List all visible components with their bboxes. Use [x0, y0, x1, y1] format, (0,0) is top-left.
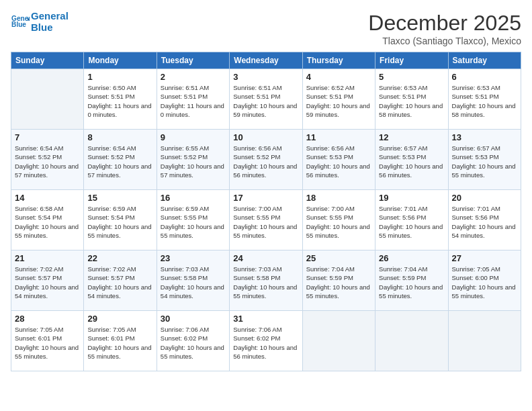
day-info: Sunrise: 7:02 AMSunset: 5:57 PMDaylight:… [15, 265, 80, 300]
logo: General Blue General Blue [11, 11, 69, 33]
table-cell: 16Sunrise: 6:59 AMSunset: 5:55 PMDayligh… [157, 190, 229, 250]
week-row-3: 14Sunrise: 6:58 AMSunset: 5:54 PMDayligh… [11, 190, 521, 250]
day-number: 6 [452, 72, 517, 82]
day-info: Sunrise: 6:50 AMSunset: 5:51 PMDaylight:… [87, 83, 152, 119]
table-cell: 11Sunrise: 6:56 AMSunset: 5:53 PMDayligh… [302, 130, 375, 190]
day-number: 11 [306, 132, 371, 142]
table-cell: 4Sunrise: 6:52 AMSunset: 5:51 PMDaylight… [302, 69, 375, 130]
day-number: 4 [306, 72, 371, 82]
table-cell: 6Sunrise: 6:53 AMSunset: 5:51 PMDaylight… [448, 69, 521, 130]
day-info: Sunrise: 7:02 AMSunset: 5:57 PMDaylight:… [87, 265, 152, 300]
col-monday: Monday [84, 52, 157, 69]
week-row-4: 21Sunrise: 7:02 AMSunset: 5:57 PMDayligh… [11, 250, 521, 311]
day-info: Sunrise: 7:00 AMSunset: 5:55 PMDaylight:… [233, 204, 298, 240]
day-number: 5 [379, 72, 444, 82]
col-wednesday: Wednesday [230, 52, 302, 69]
table-cell: 30Sunrise: 7:06 AMSunset: 6:02 PMDayligh… [157, 311, 229, 371]
calendar-table: Sunday Monday Tuesday Wednesday Thursday… [11, 52, 521, 371]
day-number: 7 [15, 132, 80, 142]
day-info: Sunrise: 6:57 AMSunset: 5:53 PMDaylight:… [452, 144, 517, 179]
table-cell: 3Sunrise: 6:51 AMSunset: 5:51 PMDaylight… [230, 69, 302, 130]
table-cell: 10Sunrise: 6:56 AMSunset: 5:52 PMDayligh… [230, 130, 302, 190]
day-number: 31 [233, 314, 298, 324]
table-cell: 24Sunrise: 7:03 AMSunset: 5:58 PMDayligh… [230, 250, 302, 311]
day-info: Sunrise: 6:56 AMSunset: 5:53 PMDaylight:… [306, 144, 371, 179]
week-row-5: 28Sunrise: 7:05 AMSunset: 6:01 PMDayligh… [11, 311, 521, 371]
table-cell: 26Sunrise: 7:04 AMSunset: 5:59 PMDayligh… [375, 250, 448, 311]
col-thursday: Thursday [302, 52, 375, 69]
day-number: 30 [161, 314, 226, 324]
day-info: Sunrise: 6:51 AMSunset: 5:51 PMDaylight:… [233, 83, 298, 119]
day-number: 10 [233, 132, 298, 142]
day-info: Sunrise: 6:59 AMSunset: 5:54 PMDaylight:… [87, 204, 152, 240]
col-friday: Friday [375, 52, 448, 69]
svg-text:Blue: Blue [11, 21, 26, 28]
col-tuesday: Tuesday [157, 52, 229, 69]
day-number: 21 [15, 253, 80, 263]
day-number: 8 [87, 132, 152, 142]
table-cell: 20Sunrise: 7:01 AMSunset: 5:56 PMDayligh… [448, 190, 521, 250]
day-number: 1 [87, 72, 152, 82]
day-info: Sunrise: 7:06 AMSunset: 6:02 PMDaylight:… [161, 325, 226, 361]
table-cell: 17Sunrise: 7:00 AMSunset: 5:55 PMDayligh… [230, 190, 302, 250]
day-info: Sunrise: 7:01 AMSunset: 5:56 PMDaylight:… [379, 204, 444, 240]
day-info: Sunrise: 7:01 AMSunset: 5:56 PMDaylight:… [452, 204, 517, 240]
day-info: Sunrise: 7:05 AMSunset: 6:01 PMDaylight:… [15, 325, 80, 361]
day-info: Sunrise: 7:03 AMSunset: 5:58 PMDaylight:… [233, 265, 298, 300]
table-cell: 28Sunrise: 7:05 AMSunset: 6:01 PMDayligh… [11, 311, 84, 371]
day-number: 29 [87, 314, 152, 324]
day-number: 24 [233, 253, 298, 263]
day-number: 20 [452, 193, 517, 203]
day-info: Sunrise: 6:59 AMSunset: 5:55 PMDaylight:… [161, 204, 226, 240]
day-number: 28 [15, 314, 80, 324]
table-cell: 8Sunrise: 6:54 AMSunset: 5:52 PMDaylight… [84, 130, 157, 190]
table-cell: 19Sunrise: 7:01 AMSunset: 5:56 PMDayligh… [375, 190, 448, 250]
table-cell: 29Sunrise: 7:05 AMSunset: 6:01 PMDayligh… [84, 311, 157, 371]
day-info: Sunrise: 7:04 AMSunset: 5:59 PMDaylight:… [306, 265, 371, 300]
table-cell: 18Sunrise: 7:00 AMSunset: 5:55 PMDayligh… [302, 190, 375, 250]
table-cell: 13Sunrise: 6:57 AMSunset: 5:53 PMDayligh… [448, 130, 521, 190]
col-saturday: Saturday [448, 52, 521, 69]
day-number: 17 [233, 193, 298, 203]
day-info: Sunrise: 7:06 AMSunset: 6:02 PMDaylight:… [233, 325, 298, 361]
day-info: Sunrise: 7:03 AMSunset: 5:58 PMDaylight:… [161, 265, 226, 300]
day-number: 14 [15, 193, 80, 203]
day-info: Sunrise: 7:00 AMSunset: 5:55 PMDaylight:… [306, 204, 371, 240]
day-number: 27 [452, 253, 517, 263]
day-number: 12 [379, 132, 444, 142]
week-row-2: 7Sunrise: 6:54 AMSunset: 5:52 PMDaylight… [11, 130, 521, 190]
day-number: 22 [87, 253, 152, 263]
table-cell: 15Sunrise: 6:59 AMSunset: 5:54 PMDayligh… [84, 190, 157, 250]
calendar-subtitle: Tlaxco (Santiago Tlaxco), Mexico [368, 36, 521, 46]
logo-text-line2: Blue [31, 22, 69, 34]
header-row: Sunday Monday Tuesday Wednesday Thursday… [11, 52, 521, 69]
table-cell [448, 311, 521, 371]
table-cell: 2Sunrise: 6:51 AMSunset: 5:51 PMDaylight… [157, 69, 229, 130]
day-info: Sunrise: 6:51 AMSunset: 5:51 PMDaylight:… [161, 83, 226, 119]
day-info: Sunrise: 6:52 AMSunset: 5:51 PMDaylight:… [306, 83, 371, 119]
day-number: 23 [161, 253, 226, 263]
day-number: 15 [87, 193, 152, 203]
table-cell: 9Sunrise: 6:55 AMSunset: 5:52 PMDaylight… [157, 130, 229, 190]
day-number: 19 [379, 193, 444, 203]
table-cell [375, 311, 448, 371]
calendar-title: December 2025 [368, 11, 521, 36]
day-info: Sunrise: 6:56 AMSunset: 5:52 PMDaylight:… [233, 144, 298, 179]
day-number: 3 [233, 72, 298, 82]
day-info: Sunrise: 7:05 AMSunset: 6:01 PMDaylight:… [87, 325, 152, 361]
week-row-1: 1Sunrise: 6:50 AMSunset: 5:51 PMDaylight… [11, 69, 521, 130]
table-cell: 5Sunrise: 6:53 AMSunset: 5:51 PMDaylight… [375, 69, 448, 130]
table-cell: 7Sunrise: 6:54 AMSunset: 5:52 PMDaylight… [11, 130, 84, 190]
day-number: 2 [161, 72, 226, 82]
day-info: Sunrise: 6:58 AMSunset: 5:54 PMDaylight:… [15, 204, 80, 240]
table-cell: 14Sunrise: 6:58 AMSunset: 5:54 PMDayligh… [11, 190, 84, 250]
day-number: 13 [452, 132, 517, 142]
page-header: General Blue General Blue December 2025 … [11, 11, 521, 46]
table-cell: 25Sunrise: 7:04 AMSunset: 5:59 PMDayligh… [302, 250, 375, 311]
table-cell: 21Sunrise: 7:02 AMSunset: 5:57 PMDayligh… [11, 250, 84, 311]
table-cell: 1Sunrise: 6:50 AMSunset: 5:51 PMDaylight… [84, 69, 157, 130]
table-cell: 31Sunrise: 7:06 AMSunset: 6:02 PMDayligh… [230, 311, 302, 371]
day-number: 26 [379, 253, 444, 263]
day-info: Sunrise: 6:53 AMSunset: 5:51 PMDaylight:… [452, 83, 517, 119]
table-cell: 23Sunrise: 7:03 AMSunset: 5:58 PMDayligh… [157, 250, 229, 311]
